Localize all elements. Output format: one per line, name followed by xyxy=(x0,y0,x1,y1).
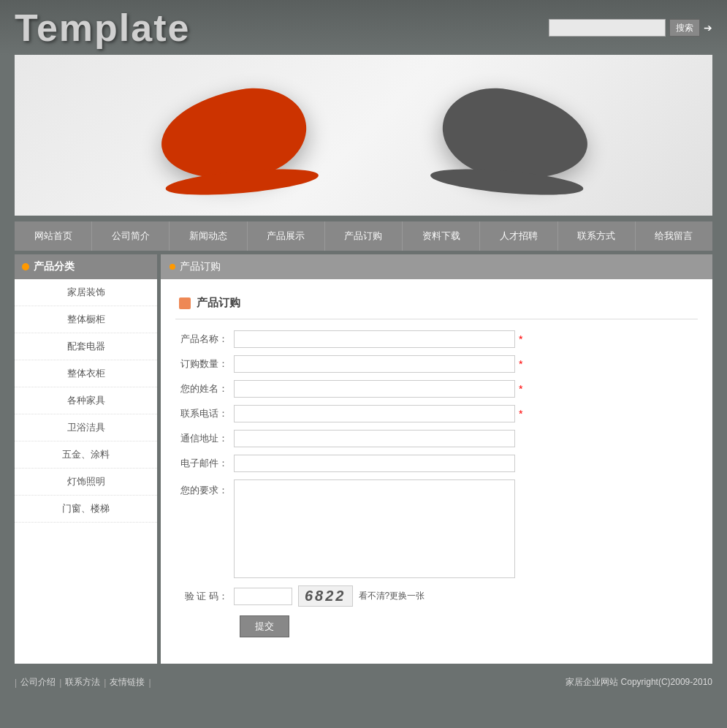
input-address[interactable] xyxy=(234,430,515,447)
label-captcha: 验 证 码： xyxy=(175,590,234,603)
sidebar-item-bathroom[interactable]: 卫浴洁具 xyxy=(15,414,157,441)
sidebar-title: 产品分类 xyxy=(15,254,157,279)
footer-link-contact[interactable]: 联系方法 xyxy=(65,676,100,689)
required-star-quantity: * xyxy=(519,358,522,370)
search-button[interactable]: 搜索 xyxy=(669,19,700,37)
sidebar: 产品分类 家居装饰 整体橱柜 配套电器 整体衣柜 各种家具 卫浴洁具 五金、涂料… xyxy=(15,254,157,664)
captcha-code-display: 6822 xyxy=(298,585,353,607)
sidebar-item-hardware[interactable]: 五金、涂料 xyxy=(15,441,157,469)
sidebar-item-kitchen[interactable]: 整体橱柜 xyxy=(15,306,157,333)
banner xyxy=(15,55,712,216)
sidebar-item-lighting[interactable]: 灯饰照明 xyxy=(15,469,157,496)
input-quantity[interactable] xyxy=(234,355,515,373)
footer-sep-2: | xyxy=(104,678,106,688)
label-name: 您的姓名： xyxy=(175,382,234,395)
field-product-name-row: 产品名称： * xyxy=(175,330,698,348)
breadcrumb: 产品订购 xyxy=(180,260,221,273)
footer-sep-left: | xyxy=(15,678,17,688)
content-body: 产品订购 产品名称： * 订购数量： * 您的姓名： * xyxy=(161,279,712,656)
content-header: 产品订购 xyxy=(161,254,712,279)
form-section-title: 产品订购 xyxy=(175,290,698,319)
content-panel: 产品订购 产品订购 产品名称： * 订购数量： * 您的姓名： xyxy=(161,254,712,664)
search-area: 搜索 ➔ xyxy=(549,19,712,37)
submit-button[interactable]: 提交 xyxy=(240,615,289,637)
nav-item-home[interactable]: 网站首页 xyxy=(15,221,92,251)
nav-item-message[interactable]: 给我留言 xyxy=(636,221,712,251)
nav-item-news[interactable]: 新闻动态 xyxy=(170,221,247,251)
nav-item-order[interactable]: 产品订购 xyxy=(325,221,403,251)
search-arrow-icon: ➔ xyxy=(704,22,712,34)
field-email-row: 电子邮件： xyxy=(175,455,698,472)
sidebar-item-furniture[interactable]: 各种家具 xyxy=(15,387,157,414)
banner-visual xyxy=(15,55,712,216)
chair-left-decoration xyxy=(154,80,313,192)
required-star-product: * xyxy=(519,333,522,345)
sidebar-bullet-icon xyxy=(22,263,29,270)
label-address: 通信地址： xyxy=(175,432,234,445)
captcha-row: 验 证 码： 6822 看不清?更换一张 xyxy=(175,585,698,607)
footer-links: | 公司介绍 | 联系方法 | 友情链接 | xyxy=(15,676,151,689)
nav-item-recruit[interactable]: 人才招聘 xyxy=(480,221,557,251)
input-phone[interactable] xyxy=(234,405,515,422)
field-address-row: 通信地址： xyxy=(175,430,698,447)
label-email: 电子邮件： xyxy=(175,457,234,470)
site-title: Template xyxy=(15,6,190,50)
label-requirements: 您的要求： xyxy=(175,479,234,497)
nav-item-download[interactable]: 资料下载 xyxy=(403,221,480,251)
input-requirements[interactable] xyxy=(234,479,515,578)
label-product-name: 产品名称： xyxy=(175,333,234,346)
header: Template 搜索 ➔ xyxy=(0,0,727,55)
footer-copyright: 家居企业网站 Copyright(C)2009-2010 xyxy=(566,676,712,689)
field-quantity-row: 订购数量： * xyxy=(175,355,698,373)
input-captcha[interactable] xyxy=(234,588,292,605)
main: 产品分类 家居装饰 整体橱柜 配套电器 整体衣柜 各种家具 卫浴洁具 五金、涂料… xyxy=(15,254,712,664)
nav: 网站首页 公司简介 新闻动态 产品展示 产品订购 资料下载 人才招聘 联系方式 … xyxy=(15,221,712,251)
footer-link-friends[interactable]: 友情链接 xyxy=(110,676,145,689)
sidebar-item-doors[interactable]: 门窗、楼梯 xyxy=(15,496,157,523)
input-email[interactable] xyxy=(234,455,515,472)
footer-sep-1: | xyxy=(59,678,61,688)
chair-right-decoration xyxy=(435,80,595,192)
input-name[interactable] xyxy=(234,380,515,398)
captcha-refresh-link[interactable]: 看不清?更换一张 xyxy=(359,590,425,602)
input-product-name[interactable] xyxy=(234,330,515,348)
required-star-name: * xyxy=(519,383,522,395)
nav-item-about[interactable]: 公司简介 xyxy=(92,221,170,251)
label-quantity: 订购数量： xyxy=(175,357,234,371)
nav-item-products[interactable]: 产品展示 xyxy=(248,221,325,251)
footer: | 公司介绍 | 联系方法 | 友情链接 | 家居企业网站 Copyright(… xyxy=(0,667,727,697)
footer-link-about[interactable]: 公司介绍 xyxy=(20,676,56,689)
field-requirements-row: 您的要求： xyxy=(175,479,698,578)
footer-sep-right: | xyxy=(148,678,151,688)
field-name-row: 您的姓名： * xyxy=(175,380,698,398)
field-phone-row: 联系电话： * xyxy=(175,405,698,422)
sidebar-item-wardrobe[interactable]: 整体衣柜 xyxy=(15,360,157,387)
content-bullet-icon xyxy=(170,264,175,270)
sidebar-item-appliances[interactable]: 配套电器 xyxy=(15,333,157,360)
submit-row: 提交 xyxy=(175,615,698,637)
required-star-phone: * xyxy=(519,408,522,420)
sidebar-item-home-decor[interactable]: 家居装饰 xyxy=(15,279,157,306)
label-phone: 联系电话： xyxy=(175,407,234,420)
nav-item-contact[interactable]: 联系方式 xyxy=(558,221,636,251)
form-title-icon xyxy=(179,297,191,309)
search-input[interactable] xyxy=(549,19,666,37)
